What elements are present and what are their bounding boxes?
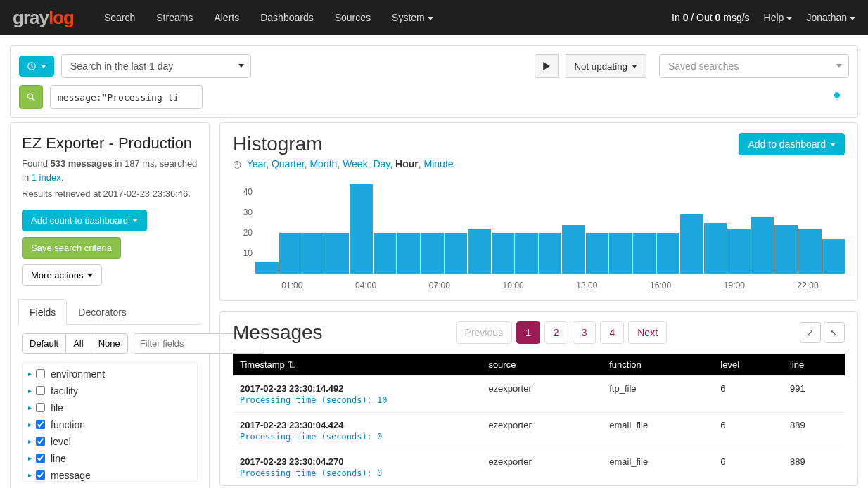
saved-searches-select[interactable]: Saved searches <box>659 54 849 78</box>
bar[interactable] <box>562 225 585 274</box>
query-input[interactable] <box>50 85 203 109</box>
expand-icon[interactable]: ▸ <box>28 420 32 428</box>
bar[interactable] <box>822 239 845 274</box>
save-search-button[interactable]: Save search criteria <box>22 237 121 259</box>
tab-decorators[interactable]: Decorators <box>67 299 137 325</box>
bar[interactable] <box>468 229 491 274</box>
time-quarter[interactable]: Quarter <box>272 158 305 169</box>
time-month[interactable]: Month <box>309 158 337 169</box>
nav-dashboards[interactable]: Dashboards <box>251 2 323 33</box>
field-checkbox[interactable] <box>36 386 45 395</box>
search-button[interactable] <box>19 85 43 109</box>
col-level[interactable]: level <box>713 354 783 376</box>
page-prev[interactable]: Previous <box>456 321 512 344</box>
bar[interactable] <box>657 233 680 274</box>
expand-icon[interactable]: ▸ <box>28 454 32 462</box>
bar[interactable] <box>421 233 444 274</box>
help-menu[interactable]: Help <box>764 12 793 23</box>
chevron-down-icon <box>428 17 433 20</box>
bar[interactable] <box>751 217 774 274</box>
bar[interactable] <box>445 233 468 274</box>
page-3[interactable]: 3 <box>573 321 596 344</box>
bar[interactable] <box>279 233 302 274</box>
page-4[interactable]: 4 <box>600 321 624 344</box>
time-day[interactable]: Day <box>373 158 390 169</box>
field-list[interactable]: ▸environment▸facility▸file▸function▸leve… <box>22 362 198 482</box>
col-source[interactable]: source <box>481 354 602 376</box>
expand-icon[interactable]: ▸ <box>28 370 32 378</box>
bar[interactable] <box>350 184 373 274</box>
tab-fields[interactable]: Fields <box>18 299 67 325</box>
bar[interactable] <box>255 262 279 274</box>
field-label[interactable]: facility <box>51 385 78 397</box>
bar[interactable] <box>539 233 562 274</box>
col-line[interactable]: line <box>783 354 845 376</box>
field-checkbox[interactable] <box>36 369 45 378</box>
expand-icon[interactable]: ▸ <box>28 437 32 445</box>
timerange-selector[interactable]: Search in the last 1 day <box>61 54 251 78</box>
bar[interactable] <box>680 214 703 274</box>
col-timestamp[interactable]: Timestamp⇅ <box>233 354 481 376</box>
bar[interactable] <box>492 233 515 274</box>
page-2[interactable]: 2 <box>544 321 568 344</box>
nav-system[interactable]: System <box>383 2 442 33</box>
time-week[interactable]: Week <box>343 158 368 169</box>
filter-default[interactable]: Default <box>22 333 66 354</box>
refresh-dropdown[interactable]: Not updating <box>566 54 646 78</box>
field-checkbox[interactable] <box>36 403 45 412</box>
index-link[interactable]: 1 index <box>32 172 61 183</box>
col-function[interactable]: function <box>602 354 713 376</box>
brand-logo[interactable]: graylog <box>13 7 74 29</box>
expand-icon[interactable]: ▸ <box>28 387 32 394</box>
more-actions-button[interactable]: More actions <box>22 264 102 286</box>
time-year[interactable]: Year <box>247 158 267 169</box>
expand-icon[interactable]: ▸ <box>28 404 32 411</box>
field-label[interactable]: message <box>51 470 91 481</box>
collapse-button[interactable]: ⤡ <box>824 322 845 343</box>
filter-none[interactable]: None <box>91 333 128 354</box>
expand-button[interactable]: ⤢ <box>800 322 821 343</box>
field-checkbox[interactable] <box>36 454 45 463</box>
bar[interactable] <box>586 233 609 274</box>
lightbulb-icon[interactable] <box>832 91 842 103</box>
bar[interactable] <box>609 233 632 274</box>
field-checkbox[interactable] <box>36 437 45 446</box>
time-hour[interactable]: Hour <box>395 158 419 169</box>
page-next[interactable]: Next <box>628 321 667 344</box>
field-checkbox[interactable] <box>36 420 45 429</box>
bar[interactable] <box>302 233 326 274</box>
nav-search[interactable]: Search <box>95 2 144 33</box>
bar[interactable] <box>515 233 538 274</box>
bar[interactable] <box>798 229 822 274</box>
filter-all[interactable]: All <box>65 333 91 354</box>
field-label[interactable]: level <box>51 436 71 447</box>
bar[interactable] <box>704 223 727 274</box>
expand-icon[interactable]: ▸ <box>28 471 32 479</box>
table-row[interactable]: 2017-02-23 23:30:04.270ezexporteremail_f… <box>233 449 845 469</box>
field-label[interactable]: line <box>51 453 66 464</box>
field-label[interactable]: file <box>51 402 63 413</box>
bar[interactable] <box>727 229 751 274</box>
play-button[interactable] <box>535 54 559 78</box>
page-1[interactable]: 1 <box>516 321 540 344</box>
time-minute[interactable]: Minute <box>424 158 454 169</box>
y-tick: 20 <box>243 228 253 238</box>
nav-streams[interactable]: Streams <box>147 2 202 33</box>
field-label[interactable]: function <box>51 419 85 430</box>
bar[interactable] <box>633 233 656 274</box>
user-menu[interactable]: Jonathan <box>806 12 855 23</box>
bar[interactable] <box>774 225 798 274</box>
add-count-button[interactable]: Add count to dashboard <box>22 210 147 231</box>
bar[interactable] <box>374 233 397 274</box>
timerange-type-button[interactable] <box>19 56 54 77</box>
bar[interactable] <box>397 233 420 274</box>
bar[interactable] <box>326 233 350 274</box>
histogram-chart[interactable]: 10203040 01:0004:0007:0010:0013:0016:001… <box>233 182 845 290</box>
nav-sources[interactable]: Sources <box>326 2 380 33</box>
table-row[interactable]: 2017-02-23 23:30:14.492ezexporterftp_fil… <box>233 376 845 396</box>
nav-alerts[interactable]: Alerts <box>205 2 248 33</box>
field-label[interactable]: environment <box>51 368 105 380</box>
field-checkbox[interactable] <box>36 470 45 480</box>
table-row[interactable]: 2017-02-23 23:30:04.424ezexporteremail_f… <box>233 413 845 432</box>
add-histogram-button[interactable]: Add to dashboard <box>739 133 845 155</box>
